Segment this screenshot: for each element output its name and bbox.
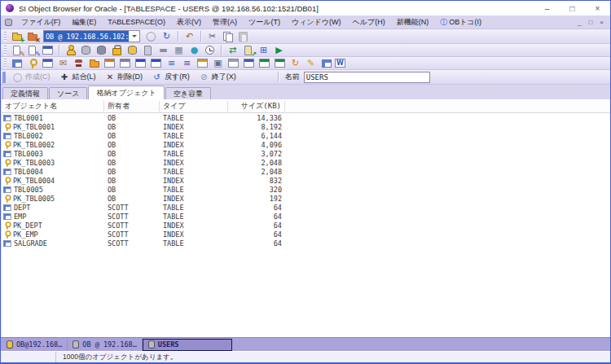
- job-queue-icon[interactable]: [203, 44, 217, 56]
- paste-icon[interactable]: [236, 30, 250, 42]
- toolbar-grip[interactable]: [4, 59, 7, 68]
- wrap-tool-icon[interactable]: W: [335, 59, 345, 68]
- taskbar-session-1[interactable]: OB@192.168…: [2, 339, 68, 351]
- table-row[interactable]: PK_EMPSCOTTINDEX64: [2, 230, 610, 239]
- column-header-0[interactable]: オブジェクト名: [2, 101, 104, 112]
- java-source-icon[interactable]: [257, 57, 271, 69]
- dblink-icon[interactable]: ●: [187, 44, 201, 56]
- table-row[interactable]: PK_TBL0002OBINDEX4,096: [2, 140, 610, 149]
- function-icon[interactable]: [118, 57, 132, 69]
- disconnect-icon[interactable]: ×: [25, 30, 39, 42]
- table-row[interactable]: PK_TBL0001OBINDEX8,192: [2, 122, 610, 131]
- toolbar-grip[interactable]: [4, 32, 7, 42]
- mdi-restore-button[interactable]: □: [588, 19, 592, 26]
- edit-tool-icon[interactable]: ✎: [304, 57, 318, 69]
- shortcut-icon[interactable]: [242, 57, 256, 69]
- compare-table-icon[interactable]: [319, 57, 333, 69]
- table-row[interactable]: SALGRADESCOTTTABLE64: [2, 239, 610, 248]
- menu-obtoko[interactable]: ⓘOBトコ(I): [434, 17, 487, 28]
- table-icon[interactable]: [10, 57, 24, 69]
- index-icon[interactable]: [25, 57, 39, 69]
- column-header-2[interactable]: タイプ: [160, 101, 228, 112]
- menu-new-features[interactable]: 新機能(N): [391, 17, 435, 28]
- menu-edit[interactable]: 編集(E): [66, 17, 102, 28]
- procedure-icon[interactable]: [103, 57, 116, 69]
- table-row[interactable]: PK_TBL0005OBINDEX192: [2, 194, 610, 203]
- copy-icon[interactable]: [221, 30, 235, 42]
- taskbar-users-window[interactable]: USERS: [143, 339, 232, 351]
- mdi-minimize-button[interactable]: _: [578, 19, 581, 26]
- close-button[interactable]: ⊘終了(X): [199, 71, 236, 83]
- toolbar-grip[interactable]: [4, 46, 7, 55]
- connect-icon[interactable]: +: [10, 30, 24, 42]
- table-row[interactable]: TBL0004OBTABLE2,048: [2, 167, 610, 176]
- object-list-icon[interactable]: ◯: [144, 30, 158, 42]
- recycle-bin-icon[interactable]: [226, 57, 240, 69]
- close-button[interactable]: ×: [585, 1, 610, 15]
- minimize-button[interactable]: –: [534, 1, 560, 15]
- session-monitor-icon[interactable]: [41, 44, 55, 56]
- cluster-icon[interactable]: [87, 57, 101, 69]
- table-row[interactable]: DEPTSCOTTTABLE64: [2, 203, 610, 212]
- dbms-package-icon[interactable]: ▣: [211, 57, 225, 69]
- database-icon[interactable]: [79, 44, 93, 56]
- tab-source[interactable]: ソース: [49, 87, 87, 99]
- view-icon[interactable]: [41, 57, 55, 69]
- package-body-icon[interactable]: [149, 57, 163, 69]
- table-row[interactable]: TBL0003OBTABLE3,072: [2, 149, 610, 158]
- undo-icon[interactable]: ↶: [182, 30, 196, 42]
- connection-combobox[interactable]: OB @ 192.168.56.102:152: [43, 30, 140, 42]
- data-transfer-icon[interactable]: ▶: [272, 44, 286, 56]
- tab-free-space[interactable]: 空き容量: [165, 87, 211, 99]
- action-bar-grip[interactable]: [2, 72, 6, 83]
- menu-file[interactable]: ファイル(F): [15, 17, 66, 28]
- rollback-segment-icon[interactable]: [125, 44, 139, 56]
- tab-stored-objects[interactable]: 格納オブジェクト: [88, 86, 164, 99]
- menu-help[interactable]: ヘルプ(H): [347, 17, 391, 28]
- tab-definition[interactable]: 定義情報: [2, 87, 48, 99]
- materialized-view-icon[interactable]: ≡: [180, 57, 194, 69]
- export-icon[interactable]: ↗: [241, 44, 255, 56]
- menu-tablespace[interactable]: TABLESPACE(O): [102, 18, 171, 26]
- repository-icon[interactable]: [273, 57, 287, 69]
- refresh-connection-icon[interactable]: ↻: [160, 30, 174, 42]
- refresh-all-icon[interactable]: ↻: [288, 57, 302, 69]
- coalesce-button[interactable]: ✚結合(L): [59, 71, 96, 83]
- column-header-1[interactable]: 所有者: [104, 101, 160, 112]
- import-icon[interactable]: ⇄: [226, 44, 240, 56]
- package-icon[interactable]: ▦: [172, 44, 186, 56]
- delete-button[interactable]: ✕削除(D): [105, 71, 143, 83]
- redo-log-icon[interactable]: ▬: [156, 44, 170, 56]
- menu-window[interactable]: ウィンドウ(W): [286, 17, 347, 28]
- trigger-icon[interactable]: [196, 57, 209, 69]
- snapshot-icon[interactable]: ✉: [56, 57, 70, 69]
- menu-tools[interactable]: ツール(T): [243, 17, 286, 28]
- user-icon[interactable]: [64, 44, 77, 56]
- table-row[interactable]: TBL0001OBTABLE14,336: [2, 113, 610, 122]
- synonym-icon[interactable]: [72, 57, 86, 69]
- lock-icon[interactable]: [110, 44, 124, 56]
- table-row[interactable]: PK_TBL0003OBINDEX2,048: [2, 158, 610, 167]
- menu-admin[interactable]: 管理(A): [207, 17, 243, 28]
- column-header-3[interactable]: サイズ(KB): [228, 101, 285, 112]
- table-row[interactable]: EMPSCOTTTABLE64: [2, 212, 610, 221]
- table-row[interactable]: PK_TBL0004OBINDEX832: [2, 176, 610, 185]
- revert-button[interactable]: ↺戻す(R): [152, 71, 190, 83]
- script-editor-icon[interactable]: ✎: [25, 44, 39, 56]
- menu-view[interactable]: 表示(V): [171, 17, 207, 28]
- table-row[interactable]: PK_DEPTSCOTTINDEX64: [2, 221, 610, 230]
- sequence-icon[interactable]: ≡: [165, 57, 178, 69]
- table-row[interactable]: TBL0005OBTABLE320: [2, 185, 610, 194]
- name-input[interactable]: [304, 72, 430, 83]
- table-row[interactable]: TBL0002OBTABLE6,144: [2, 131, 610, 140]
- mdi-close-button[interactable]: ×: [600, 19, 604, 26]
- cut-icon[interactable]: ✂: [205, 30, 219, 42]
- server-icon[interactable]: [95, 44, 108, 56]
- chevron-down-icon[interactable]: [129, 31, 139, 42]
- sql-editor-icon[interactable]: ✎: [10, 44, 24, 56]
- package-window-icon[interactable]: [134, 57, 147, 69]
- datafile-icon[interactable]: [141, 44, 155, 56]
- taskbar-session-2[interactable]: OB @ 192.168…: [68, 339, 143, 351]
- sql-loader-icon[interactable]: ⊞: [257, 44, 270, 56]
- maximize-button[interactable]: □: [560, 1, 585, 15]
